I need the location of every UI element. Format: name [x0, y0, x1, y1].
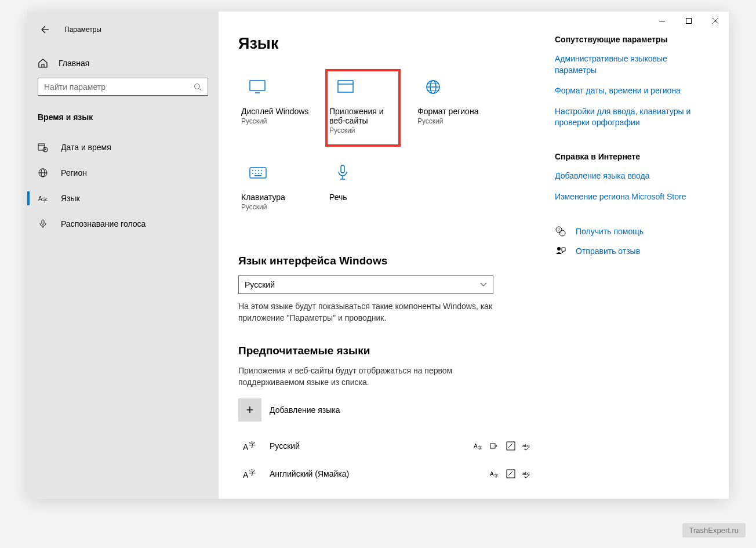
- svg-text:A: A: [474, 443, 478, 449]
- svg-point-32: [255, 173, 256, 174]
- nav-language[interactable]: A字 Язык: [27, 186, 219, 211]
- svg-text:A: A: [38, 195, 42, 202]
- section-title: Время и язык: [38, 112, 208, 122]
- globe-icon: [415, 77, 487, 97]
- svg-point-31: [252, 173, 253, 174]
- related-title: Сопутствующие параметры: [555, 35, 706, 44]
- feedback-label: Отправить отзыв: [576, 246, 640, 256]
- nav-label: Язык: [61, 194, 80, 203]
- svg-text:字: 字: [42, 197, 48, 203]
- spellcheck-icon: abc: [522, 441, 532, 451]
- language-item[interactable]: A字 Английский (Ямайка) A字 abc: [238, 460, 537, 488]
- svg-rect-35: [255, 175, 261, 176]
- help-icon: ?: [555, 226, 566, 237]
- close-button[interactable]: [702, 12, 729, 30]
- related-link[interactable]: Административные языковые параметры: [555, 53, 706, 76]
- window-icon: [327, 77, 399, 97]
- back-button[interactable]: [38, 23, 50, 36]
- svg-rect-19: [338, 81, 353, 92]
- search-box[interactable]: [38, 78, 208, 96]
- globe-icon: [38, 168, 48, 178]
- svg-rect-15: [42, 220, 44, 224]
- nav-date-time[interactable]: Дата и время: [27, 135, 219, 160]
- monitor-icon: [239, 77, 311, 97]
- handwriting-icon: [506, 469, 515, 478]
- search-input[interactable]: [44, 82, 194, 92]
- minimize-button[interactable]: [649, 12, 675, 30]
- tile-speech[interactable]: Речь: [326, 156, 399, 231]
- tile-label: Формат региона: [415, 107, 487, 116]
- svg-text:字: 字: [494, 473, 499, 478]
- home-label: Главная: [59, 59, 89, 68]
- tile-label: Дисплей Windows: [239, 107, 311, 116]
- svg-rect-7: [38, 144, 45, 150]
- nav-region[interactable]: Регион: [27, 160, 219, 186]
- svg-text:A: A: [243, 442, 249, 452]
- get-help-row[interactable]: ? Получить помощь: [555, 226, 706, 237]
- svg-text:A: A: [490, 471, 494, 477]
- language-char-icon: A字: [238, 466, 261, 481]
- display-lang-heading: Язык интерфейса Windows: [238, 255, 537, 267]
- home-nav[interactable]: Главная: [38, 58, 208, 68]
- add-language-label: Добавление языка: [270, 405, 340, 415]
- tile-sub: Русский: [239, 117, 311, 125]
- tile-keyboard[interactable]: Клавиатура Русский: [238, 156, 311, 231]
- spellcheck-icon: abc: [522, 469, 532, 478]
- svg-rect-50: [507, 470, 515, 478]
- display-lang-icon: A字: [474, 441, 483, 451]
- nav-speech[interactable]: Распознавание голоса: [27, 211, 219, 237]
- app-title: Параметры: [64, 26, 101, 34]
- tile-apps[interactable]: Приложения и веб-сайты Русский: [326, 70, 399, 146]
- related-link[interactable]: Формат даты, времени и региона: [555, 85, 706, 97]
- svg-rect-44: [507, 442, 515, 450]
- tile-sub: Русский: [327, 126, 399, 135]
- add-language-button[interactable]: + Добавление языка: [238, 398, 537, 422]
- tile-label: Клавиатура: [239, 193, 311, 202]
- settings-window: Параметры Главная Время и язык Дата и вр…: [27, 12, 729, 499]
- home-icon: [38, 58, 48, 68]
- svg-rect-26: [250, 168, 266, 178]
- svg-point-5: [195, 84, 200, 89]
- tile-label: Речь: [327, 193, 399, 202]
- sidebar: Параметры Главная Время и язык Дата и вр…: [27, 12, 219, 499]
- svg-point-30: [261, 170, 262, 171]
- svg-point-34: [261, 173, 262, 174]
- tile-region[interactable]: Формат региона Русский: [415, 70, 488, 146]
- svg-rect-43: [490, 444, 495, 448]
- svg-text:?: ?: [558, 228, 560, 232]
- svg-rect-36: [341, 165, 344, 173]
- language-name: Русский: [270, 441, 474, 451]
- feedback-row[interactable]: Отправить отзыв: [555, 245, 706, 257]
- webhelp-link[interactable]: Изменение региона Microsoft Store: [555, 191, 706, 203]
- nav-label: Распознавание голоса: [61, 219, 146, 228]
- dropdown-value: Русский: [245, 280, 275, 289]
- language-item[interactable]: A字 Русский A字 abc: [238, 432, 537, 460]
- search-icon: [194, 83, 202, 91]
- language-name: Английский (Ямайка): [270, 469, 490, 478]
- page-title: Язык: [238, 35, 537, 53]
- tile-label: Приложения и веб-сайты: [327, 107, 399, 125]
- language-icon: A字: [38, 193, 48, 204]
- related-link[interactable]: Настройки для ввода, клавиатуры и провер…: [555, 106, 706, 129]
- svg-text:字: 字: [478, 445, 482, 451]
- svg-text:字: 字: [249, 469, 256, 477]
- watermark: TrashExpert.ru: [682, 523, 746, 538]
- display-lang-dropdown[interactable]: Русский: [238, 275, 493, 294]
- language-tiles: Дисплей Windows Русский Приложения и веб…: [238, 70, 537, 231]
- webhelp-link[interactable]: Добавление языка ввода: [555, 170, 706, 182]
- preferred-heading: Предпочитаемые языки: [238, 344, 537, 357]
- preferred-desc: Приложения и веб-сайты будут отображатьс…: [238, 365, 493, 388]
- display-lang-icon: A字: [490, 469, 499, 478]
- right-pane: Сопутствующие параметры Административные…: [555, 35, 717, 499]
- svg-point-27: [252, 170, 253, 171]
- content: Язык Дисплей Windows Русский Приложения …: [219, 35, 555, 499]
- svg-point-55: [557, 247, 561, 251]
- tile-display[interactable]: Дисплей Windows Русский: [238, 70, 311, 146]
- maximize-button[interactable]: [675, 12, 702, 30]
- feature-icons: A字 abc: [474, 441, 532, 451]
- window-controls: [649, 12, 729, 30]
- svg-rect-0: [659, 21, 665, 21]
- svg-text:字: 字: [249, 441, 256, 449]
- svg-text:A: A: [243, 470, 249, 480]
- language-char-icon: A字: [238, 438, 261, 453]
